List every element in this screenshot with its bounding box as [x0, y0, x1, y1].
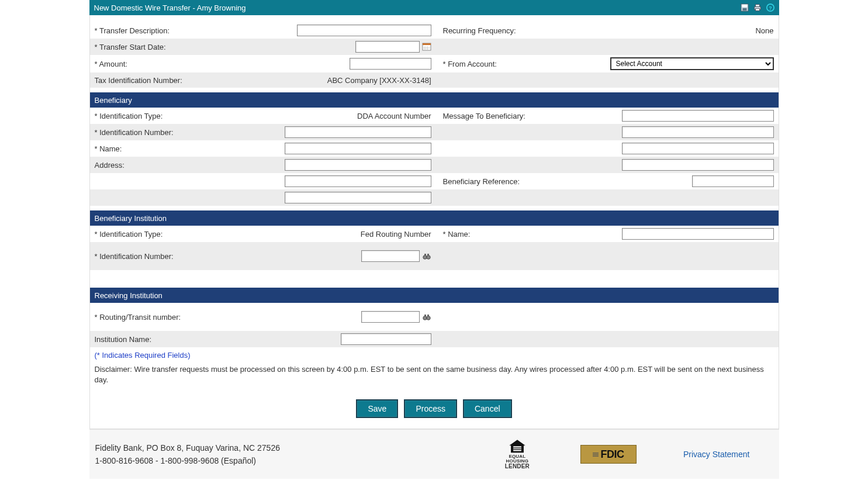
disclaimer-text: Disclaimer: Wire transfer requests must … — [90, 363, 779, 392]
calendar-icon[interactable] — [422, 42, 431, 51]
recurring-frequency-label: Recurring Frequency: — [436, 24, 606, 37]
fdic-badge: FDIC — [580, 445, 637, 464]
bene-inst-name-label: * Name: — [436, 227, 606, 241]
tin-label: Tax Identification Number: — [90, 74, 280, 87]
footer-phones: 1-800-816-9608 - 1-800-998-9608 (Español… — [95, 454, 501, 467]
transfer-description-input[interactable] — [297, 25, 431, 36]
from-account-label: * From Account: — [436, 57, 606, 71]
bene-ref-label: Beneficiary Reference: — [436, 175, 606, 188]
tin-value: ABC Company [XXX-XX-3148] — [285, 76, 431, 85]
process-button[interactable]: Process — [404, 399, 457, 418]
recurring-frequency-value: None — [610, 26, 774, 35]
receiving-institution-section-header: Receiving Institution — [90, 288, 779, 303]
svg-rect-5 — [755, 9, 759, 11]
bene-id-type-value: DDA Account Number — [285, 112, 431, 120]
bene-inst-name-input[interactable] — [622, 228, 774, 240]
svg-rect-16 — [427, 254, 429, 256]
svg-rect-19 — [424, 315, 426, 317]
bene-name-label: * Name: — [90, 142, 280, 156]
print-icon[interactable] — [753, 4, 762, 12]
svg-rect-22 — [513, 447, 521, 451]
svg-rect-20 — [427, 315, 429, 317]
cancel-button[interactable]: Cancel — [463, 399, 512, 418]
privacy-statement-link[interactable]: Privacy Statement — [683, 450, 750, 459]
bene-msg-input-3[interactable] — [622, 143, 774, 154]
required-fields-note: (* Indicates Required Fields) — [90, 347, 779, 363]
binoculars-icon[interactable] — [422, 251, 431, 261]
amount-input[interactable] — [350, 58, 431, 70]
bene-msg-label: Message To Beneficiary: — [436, 109, 606, 123]
bene-id-number-input[interactable] — [285, 126, 431, 138]
svg-text:?: ? — [769, 5, 772, 11]
bene-institution-section-header: Beneficiary Institution — [90, 210, 779, 226]
page-footer: Fidelity Bank, PO Box 8, Fuquay Varina, … — [89, 429, 779, 479]
footer-address: Fidelity Bank, PO Box 8, Fuquay Varina, … — [95, 441, 501, 454]
bene-id-type-label: * Identification Type: — [90, 109, 280, 123]
bene-msg-input-2[interactable] — [622, 126, 774, 138]
help-icon[interactable]: ? — [766, 4, 774, 12]
bene-address-input-3[interactable] — [285, 192, 431, 203]
institution-name-label: Institution Name: — [90, 333, 280, 346]
bene-inst-id-number-label: * Identification Number: — [90, 250, 280, 263]
save-disk-icon[interactable] — [741, 4, 749, 12]
bene-address-input-1[interactable] — [285, 159, 431, 171]
amount-label: * Amount: — [90, 57, 280, 71]
transfer-start-date-label: * Transfer Start Date: — [90, 40, 280, 54]
svg-rect-15 — [424, 254, 426, 256]
bene-inst-id-number-input[interactable] — [361, 250, 420, 262]
beneficiary-section-header: Beneficiary — [90, 92, 779, 108]
svg-rect-2 — [742, 8, 746, 11]
bene-inst-id-type-value: Fed Routing Number — [285, 230, 431, 239]
bene-address-label: Address: — [90, 158, 280, 172]
bene-name-input[interactable] — [285, 143, 431, 154]
routing-number-label: * Routing/Transit number: — [90, 310, 280, 324]
bene-address-input-2[interactable] — [285, 175, 431, 187]
from-account-select[interactable]: Select Account — [610, 57, 774, 70]
routing-number-input[interactable] — [361, 311, 420, 323]
bene-msg-input-4[interactable] — [622, 159, 774, 171]
svg-rect-4 — [755, 5, 759, 7]
bene-ref-input[interactable] — [692, 175, 774, 187]
bene-msg-input-1[interactable] — [622, 110, 774, 122]
window-title-bar: New Domestic Wire Transfer - Amy Brownin… — [89, 0, 779, 15]
save-button[interactable]: Save — [356, 399, 398, 418]
svg-rect-1 — [742, 5, 747, 7]
bene-id-number-label: * Identification Number: — [90, 126, 280, 139]
equal-housing-lender-icon: EQUAL HOUSINGLENDER — [501, 439, 534, 469]
window-title: New Domestic Wire Transfer - Amy Brownin… — [94, 4, 246, 12]
svg-rect-9 — [423, 43, 431, 45]
binoculars-icon[interactable] — [422, 312, 431, 322]
bene-inst-id-type-label: * Identification Type: — [90, 227, 280, 241]
transfer-start-date-input[interactable] — [355, 41, 420, 53]
institution-name-input[interactable] — [341, 333, 431, 345]
transfer-description-label: * Transfer Description: — [90, 24, 280, 37]
